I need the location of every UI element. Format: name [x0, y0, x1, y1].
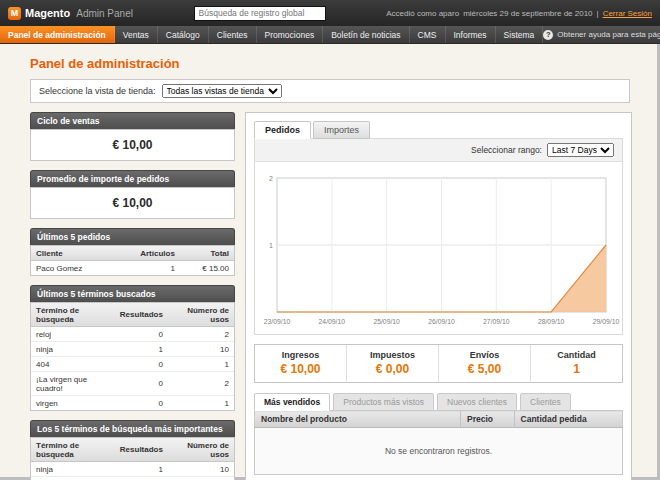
- svg-text:24/09/10: 24/09/10: [319, 318, 346, 325]
- stat-value: 1: [531, 362, 622, 376]
- dashboard-sidebar: Ciclo de ventas € 10,00 Promedio de impo…: [30, 112, 235, 480]
- magento-logo-icon: M: [8, 7, 21, 20]
- chart-toolbar: Seleccionar rango: Last 7 Days: [255, 139, 622, 162]
- store-view-select[interactable]: Todas las vistas de tienda: [162, 84, 282, 98]
- svg-text:2: 2: [269, 175, 273, 182]
- nav-item-newsletter[interactable]: Boletín de noticias: [323, 26, 409, 43]
- last-orders-title: Últimos 5 pedidos: [30, 228, 235, 245]
- nav-item-dashboard[interactable]: Panel de administración: [0, 26, 115, 43]
- table-row[interactable]: ninja 1 10: [31, 462, 234, 477]
- store-view-label: Seleccione la vista de tienda:: [39, 86, 156, 96]
- last-orders-table: Cliente Artículos Total Paco Gomez 1 € 1…: [31, 246, 234, 275]
- svg-text:28/09/10: 28/09/10: [538, 318, 565, 325]
- stat-value: € 5,00: [439, 362, 530, 376]
- stat-value: € 0,00: [347, 362, 438, 376]
- logo-subtitle: Admin Panel: [76, 8, 133, 19]
- tab-productos-mas-vistos[interactable]: Productos más vistos: [333, 393, 434, 411]
- diagram-tabs: Pedidos Importes: [254, 121, 623, 139]
- average-orders-value: € 10,00: [30, 187, 235, 219]
- stat-label: Cantidad: [531, 350, 622, 360]
- last-orders-box: Últimos 5 pedidos Cliente Artículos Tota…: [30, 228, 235, 276]
- svg-text:23/09/10: 23/09/10: [264, 318, 291, 325]
- global-search-wrap: [141, 6, 378, 21]
- table-row[interactable]: reloj 0 2: [31, 477, 234, 480]
- lifetime-sales-title: Ciclo de ventas: [30, 112, 235, 129]
- stat-envios: Envíos € 5,00: [438, 345, 530, 382]
- orders-chart-svg: 1223/09/1024/09/1025/09/1026/09/1027/09/…: [255, 170, 622, 328]
- column-header: Término de búsqueda: [31, 438, 115, 462]
- tab-mas-vendidos[interactable]: Más vendidos: [254, 393, 330, 411]
- stat-cantidad: Cantidad 1: [530, 345, 622, 382]
- nav-item-system[interactable]: Sistema: [496, 26, 544, 43]
- separator: |: [597, 9, 599, 18]
- empty-row: No se encontraron registros.: [255, 428, 623, 475]
- tab-pedidos[interactable]: Pedidos: [254, 121, 311, 139]
- totals-bar: Ingresos € 10,00 Impuestos € 0,00 Envíos…: [254, 344, 623, 383]
- store-view-bar: Seleccione la vista de tienda: Todas las…: [30, 79, 630, 103]
- tab-importes[interactable]: Importes: [313, 121, 370, 139]
- products-grid: Nombre del producto Precio Cantidad pedi…: [254, 410, 623, 475]
- svg-text:26/09/10: 26/09/10: [428, 318, 455, 325]
- range-label: Seleccionar rango:: [471, 145, 542, 155]
- stat-impuestos: Impuestos € 0,00: [346, 345, 438, 382]
- last-search-table: Término de búsqueda Resultados Número de…: [31, 303, 234, 410]
- table-row[interactable]: ninja 1 10: [31, 342, 234, 357]
- column-header: Número de usos: [168, 303, 234, 327]
- lifetime-sales-value: € 10,00: [30, 129, 235, 161]
- average-orders-title: Promedio de importe de pedidos: [30, 170, 235, 187]
- tab-clientes[interactable]: Clientes: [520, 393, 571, 411]
- help-label: Obtener ayuda para esta página: [557, 30, 660, 39]
- nav-item-reports[interactable]: Informes: [446, 26, 496, 43]
- global-search-input[interactable]: [194, 6, 326, 21]
- magento-admin-window: M Magento Admin Panel Accedió como aparo…: [0, 0, 660, 480]
- column-header: Total: [180, 246, 234, 261]
- top-header: M Magento Admin Panel Accedió como aparo…: [0, 0, 660, 26]
- average-orders-box: Promedio de importe de pedidos € 10,00: [30, 170, 235, 219]
- last-search-box: Últimos 5 términos buscados Término de b…: [30, 285, 235, 411]
- top-search-table: Término de búsqueda Resultados Número de…: [31, 438, 234, 480]
- table-row[interactable]: Paco Gomez 1 € 15.00: [31, 261, 234, 276]
- table-row[interactable]: ¡La virgen que cuadro! 0 2: [31, 372, 234, 396]
- stat-ingresos: Ingresos € 10,00: [255, 345, 346, 382]
- logo-text: Magento: [25, 7, 70, 19]
- stat-label: Impuestos: [347, 350, 438, 360]
- table-row[interactable]: virgen 0 1: [31, 396, 234, 411]
- orders-chart: 1223/09/1024/09/1025/09/1026/09/1027/09/…: [255, 162, 622, 334]
- nav-item-cms[interactable]: CMS: [410, 26, 446, 43]
- column-header: Resultados: [115, 303, 168, 327]
- lifetime-sales-box: Ciclo de ventas € 10,00: [30, 112, 235, 161]
- main-nav: Panel de administración Ventas Catálogo …: [0, 26, 660, 44]
- tab-nuevos-clientes[interactable]: Nuevos clientes: [437, 393, 517, 411]
- column-header: Precio: [461, 411, 514, 428]
- nav-item-customers[interactable]: Clientes: [209, 26, 257, 43]
- column-header: Cantidad pedida: [514, 411, 622, 428]
- page-title: Panel de administración: [30, 56, 630, 71]
- svg-text:29/09/10: 29/09/10: [593, 318, 620, 325]
- range-select[interactable]: Last 7 Days: [547, 143, 614, 157]
- dashboard-main-panel: Pedidos Importes Seleccionar rango: Last…: [245, 112, 632, 480]
- column-header: Número de usos: [168, 438, 234, 462]
- top-search-box: Los 5 términos de búsqueda más important…: [30, 420, 235, 480]
- help-link[interactable]: ? Obtener ayuda para esta página: [543, 26, 660, 43]
- column-header: Resultados: [115, 438, 168, 462]
- svg-text:25/09/10: 25/09/10: [373, 318, 400, 325]
- stat-label: Envíos: [439, 350, 530, 360]
- column-header: Término de búsqueda: [31, 303, 115, 327]
- magento-logo[interactable]: M Magento Admin Panel: [8, 7, 133, 20]
- table-row[interactable]: reloj 0 2: [31, 327, 234, 342]
- table-row[interactable]: 404 0 1: [31, 357, 234, 372]
- nav-item-catalog[interactable]: Catálogo: [158, 26, 209, 43]
- nav-item-sales[interactable]: Ventas: [115, 26, 158, 43]
- grid-tabs: Más vendidos Productos más vistos Nuevos…: [254, 393, 623, 411]
- empty-message: No se encontraron registros.: [255, 428, 623, 475]
- chart-container: Seleccionar rango: Last 7 Days 1223/09/1…: [254, 138, 623, 335]
- nav-item-promotions[interactable]: Promociones: [257, 26, 324, 43]
- stat-value: € 10,00: [255, 362, 346, 376]
- page-content: Panel de administración Seleccione la vi…: [0, 44, 660, 480]
- svg-text:27/09/10: 27/09/10: [483, 318, 510, 325]
- logout-link[interactable]: Cerrar Sesión: [603, 9, 652, 18]
- current-date: miércoles 29 de septiembre de 2010: [463, 9, 592, 18]
- column-header: Cliente: [31, 246, 114, 261]
- stat-label: Ingresos: [255, 350, 346, 360]
- svg-text:1: 1: [269, 242, 273, 249]
